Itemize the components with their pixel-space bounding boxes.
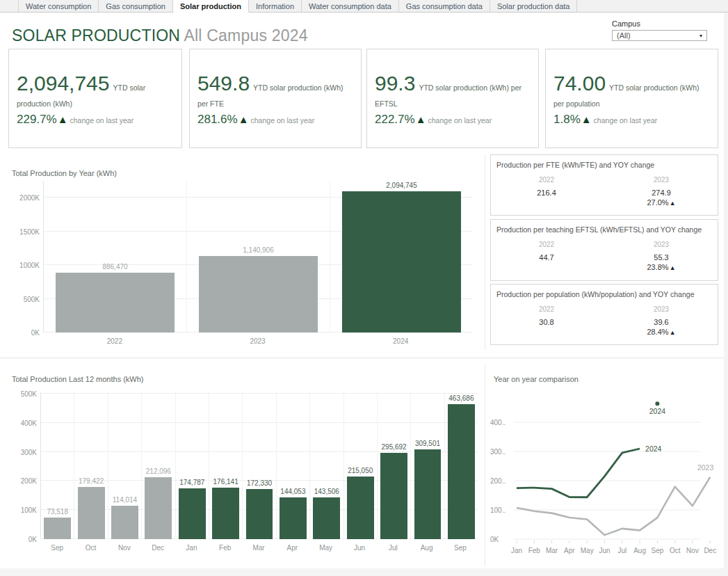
x-axis-label: Nov [108,544,141,552]
bar-cell: 174,787 [175,392,209,539]
bar-apr[interactable] [280,497,307,539]
bar-nov[interactable] [111,506,138,539]
bar-oct[interactable] [78,487,105,539]
kpi-change-row: 229.7%▲change on last year [17,113,174,127]
tab-gas-consumption-data[interactable]: Gas consumption data [399,0,490,12]
kpi-change-row: 281.6%▲change on last year [197,113,353,127]
yoy-change-percent: 27.0% [647,198,668,207]
line-2023[interactable] [517,477,710,535]
monthly-production-chart: Total Production Last 12 months (kWh)0K1… [8,371,478,566]
x-axis-label: Sep [444,544,477,552]
bar-cell: 143,506 [309,392,343,539]
tab-water-consumption-data[interactable]: Water consumption data [302,0,399,12]
campus-dropdown[interactable]: (All) ▾ [612,30,707,41]
point-2024-label: 2024 [649,407,666,415]
bar-jan[interactable] [179,488,206,539]
yoy-table-title: Production per teaching EFTSL (kWh/EFTSL… [496,225,718,234]
bar-mar[interactable] [246,489,273,539]
campus-filter-label: Campus [612,19,707,28]
x-axis-label: Jul [376,544,410,552]
yoy-table-title: Production per FTE (kWh/FTE) and YOY cha… [496,161,718,169]
yoy-value: 216.4 [498,189,595,197]
bar-2024[interactable] [342,191,460,333]
yoy-change-percent: 23.8% [647,263,668,271]
yoy-col-2022: 202244.7 [498,241,595,262]
yoy-change: 27.0%▲ [613,198,710,207]
yoy-col-2023: 202355.323.8%▲ [613,241,710,271]
x-axis-label: Jun [343,544,376,552]
bar-cell: 215,050 [343,392,377,539]
bar-value-label: 2,094,745 [386,182,417,189]
bar-cell: 73,518 [41,392,74,539]
yoy-change: 28.4%▲ [613,328,710,336]
y-axis-tick: 0K [8,536,37,543]
bar-2022[interactable] [56,273,174,333]
yoy-change-percent: 28.4% [647,328,668,336]
bar-sep[interactable] [448,404,475,539]
bar-jun[interactable] [347,477,374,539]
y-axis-tick: 1500K [10,228,40,236]
bar-cell: 144,053 [276,392,309,539]
kpi-change-note: change on last year [428,116,492,125]
bar-2023[interactable] [199,256,317,333]
point-2024-sep[interactable] [655,401,659,406]
up-triangle-icon: ▲ [581,113,592,125]
bar-jul[interactable] [380,453,407,539]
x-axis-label: 2023 [186,337,330,345]
bar-dec[interactable] [145,477,172,539]
bar-value-label: 174,787 [179,479,204,486]
bar-value-label: 886,470 [102,263,127,271]
chevron-down-icon: ▾ [699,33,702,39]
kpi-card-1: 2,094,745YTD solar production (kWh)229.7… [8,49,182,148]
bar-may[interactable] [313,497,340,539]
bar-cell: 295,692 [377,392,410,539]
bar-value-label: 144,053 [280,488,305,495]
bar-cell: 1,140,906 [186,181,330,333]
series-2024-label: 2024 [645,445,662,453]
x-axis-label: May [581,547,594,554]
tab-water-consumption[interactable]: Water consumption [19,0,99,12]
bar-value-label: 295,692 [382,443,407,451]
x-axis-label: Apr [564,547,575,554]
bar-feb[interactable] [212,488,239,539]
x-axis-label: Feb [528,547,541,554]
x-axis-label: Jan [511,547,522,554]
x-axis-label: Dec [704,547,716,554]
kpi-change-percent: 281.6% [197,113,238,126]
y-axis-tick: 300.. [490,448,505,456]
tab-information[interactable]: Information [249,0,302,12]
x-axis-label: Nov [686,547,699,554]
tab-solar-production-data[interactable]: Solar production data [490,0,578,12]
y-axis-tick: 200K [8,477,37,485]
up-triangle-icon: ▲ [238,113,249,125]
x-axis-label: 2024 [329,337,472,345]
up-triangle-icon: ▲ [670,329,676,336]
y-axis-tick: 1000K [10,262,40,269]
kpi-change-note: change on last year [251,116,315,125]
kpi-value-row: 549.8YTD solar production (kWh) per FTE [197,70,353,111]
yoy-change: 23.8%▲ [613,263,710,271]
bar-cell: 172,330 [242,392,275,539]
yoy-comparison-chart: Year on year comparison0K100..200..300..… [490,371,724,566]
chart-plot-area: 0K500K1000K1500K2000K886,4701,140,9062,0… [43,181,473,333]
x-axis-label: Feb [209,544,242,552]
y-axis-tick: 0K [10,329,40,337]
up-triangle-icon: ▲ [58,113,68,125]
yoy-table-2: Production per teaching EFTSL (kWh/EFTSL… [490,219,718,281]
vertical-divider-top [485,154,485,350]
y-axis-tick: 500K [10,296,40,303]
tab-solar-production[interactable]: Solar production [173,0,249,13]
up-triangle-icon: ▲ [416,113,426,125]
y-axis-tick: 500K [8,390,37,398]
line-2024[interactable] [517,449,640,497]
yoy-year-header: 2022 [498,176,595,184]
x-axis-label: Apr [275,544,309,552]
chart-title: Total Production Last 12 months (kWh) [12,375,144,383]
kpi-value: 549.8 [197,72,250,95]
tab-gas-consumption[interactable]: Gas consumption [99,0,173,12]
yoy-year-header: 2023 [613,305,710,313]
bar-sep[interactable] [44,518,71,539]
bar-cell: 2,094,745 [330,181,473,333]
yoy-value: 274.9 [613,189,710,197]
bar-aug[interactable] [414,449,442,539]
